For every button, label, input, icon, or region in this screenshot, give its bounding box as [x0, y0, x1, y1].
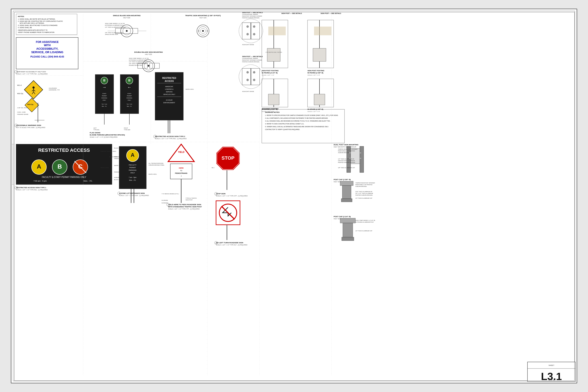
nlt-section-title: NO LEFT TURN ROADSIDE SIGN — [216, 242, 243, 244]
flag-staff2: STAFF — [128, 93, 132, 94]
access-line4: SERVICE, OR LOADING — [31, 50, 63, 54]
svg-rect-98 — [340, 218, 356, 223]
pc-scale: HALF SIZE — [334, 181, 341, 182]
yield-section-title2: WITH STANDARDS TRAFFIC SIGN POST — [168, 206, 202, 208]
ra1-days: Mon. - Fri. — [84, 180, 92, 182]
notes-title: NOTES: — [18, 16, 24, 18]
pc2-section-title: POST CAP (3 1/4" Ø) — [334, 216, 351, 218]
double-blade-scale: HALF SIZE — [145, 54, 152, 55]
sp-paving-label: SIGN POST — SEE DETAILS — [281, 13, 302, 14]
ra1-b: B — [58, 163, 62, 170]
svg-rect-27 — [268, 26, 286, 35]
note-4: 4. SIGNS SHALL BE — [18, 27, 32, 28]
yield-arrow: ↓ — [180, 174, 182, 177]
svg-point-106 — [246, 33, 249, 35]
stop-text: STOP — [222, 155, 234, 161]
svg-point-18 — [148, 65, 150, 67]
yield-typical: TYPICAL TRAFFIC — [186, 198, 197, 199]
access-line3: ACCESSIBILITY, — [36, 47, 58, 50]
single-blade-title: SINGLE BLADE SIGN MOUNTING — [113, 14, 140, 16]
pc-label5: 3/4" 2 1/2" THICK ALUMINUM — [356, 193, 373, 194]
sheet: NOTES: 1. SIGNS SHALL BE WHITE WITH BLUE… — [11, 9, 577, 383]
svg-point-92 — [360, 158, 362, 159]
flag-parking2: PARKING — [126, 97, 132, 99]
sp-paving-scale2: SCALE: 1 1/2" = 1'-0" — [308, 74, 320, 76]
sig-note3: 3. ALL SIGNAGE SHALL BE DESIGNED ACCORDI… — [265, 120, 330, 122]
sig-note5: 5. OWNER SHALL GIVE ALL ALTERNATES TAKEN… — [265, 126, 329, 128]
pc-label3: AUBURN BRONZE — [356, 186, 367, 187]
note-2: 2. SIGNS MAY BE CONSTRUCTED OF CORRUGATE… — [18, 20, 63, 22]
access-line2: WITH — [44, 44, 51, 47]
sig-note2: 2. ALL COMPONENTS, INCLUDING EXPOSED FAS… — [265, 118, 328, 119]
svg-rect-32 — [268, 94, 279, 105]
ra1-a: A — [37, 163, 41, 170]
svg-point-113 — [246, 79, 249, 81]
sp-right-label1: SIGN POST — SEE DETAILS — [242, 12, 263, 13]
ra2-sub1: HANDICAP, — [165, 86, 173, 87]
svg-rect-87 — [360, 146, 364, 172]
flag-hours: 7am - 5 pm — [102, 104, 107, 105]
svg-point-37 — [32, 86, 35, 89]
sp-paving-title3: SIGN POST FOOTING — [308, 70, 324, 72]
adj-grade2: ADJACENT GRADE — [242, 91, 254, 92]
main-drawing: NOTES: 1. SIGNS SHALL BE WHITE WITH BLUE… — [11, 9, 577, 383]
svg-rect-28 — [314, 26, 332, 35]
traffic-mount-title: TRAFFIC SIGN MOUNTING (2 3/8" Ø POST) — [185, 14, 221, 16]
access-line5: PLEASE CALL (334) 844-4143 — [30, 55, 64, 58]
flag-right-code: TYPE B2R — [124, 129, 130, 130]
access-line1: FOR ASSISTANCE — [36, 40, 59, 44]
dp-label2: REMOVABLE CAP PAINTED — [338, 150, 355, 152]
dp-section-title: DUAL POST SIGN MOUNTING — [334, 144, 358, 146]
sp-right-label6: COUNTERSUNK TAMPER — [242, 58, 258, 59]
az-hours: 7 am - 5pm — [129, 176, 136, 178]
pc2-label2: EXTRUDED ALUMINUM POST — [356, 222, 374, 223]
flag-only: ONLY — [102, 100, 106, 101]
sp-paving-label2: SIGN POST — SEE DETAILS — [320, 13, 341, 14]
adj-grade1: ADJACENT GRADE — [242, 44, 254, 45]
pc2-label3: 1/4" THICK ALUMINUM CAP — [356, 230, 372, 232]
stop-scale: SCALE: 1 1/2" = 1'-0" TYPE STP - (1) REQ… — [216, 195, 248, 197]
svg-rect-53 — [155, 72, 183, 120]
traffic-mount-scale: HALF SIZE — [200, 17, 207, 18]
flag-scale: SCALE: 1 1/2" = 1'-0" (2) EACH REQUIRED — [90, 136, 118, 138]
access-scale: SCALE: 1 1/2" = 1'-0" TYPE TAC - (1) REQ… — [16, 73, 48, 75]
yield-ingrade: IN GRADE — [162, 200, 168, 201]
flag-left-code: TYPE B2L — [94, 129, 100, 130]
flag-arrow-right: ← — [127, 85, 132, 90]
az-a: A — [131, 152, 134, 158]
sheet-label: SHEET — [548, 364, 554, 366]
svg-rect-125 — [14, 12, 574, 381]
svg-point-105 — [253, 26, 255, 28]
yield-peds: PEDESTRIANS — [175, 172, 188, 174]
double-blade-title: DOUBLE BLADE SIGN MOUNTING — [134, 51, 163, 53]
ra2-enforce2: ENFORCEMENT — [163, 102, 175, 104]
ra1-title: RESTRICTED ACCESS — [38, 148, 90, 153]
yield-grade1: 7'-0" ABOVE GRADE (N.T.S.) — [162, 193, 179, 194]
pc2-scale: HALF SIZE — [334, 218, 341, 220]
az-white: WHITE VINYL — [100, 167, 109, 168]
svg-rect-35 — [314, 94, 325, 105]
flag-hours2: 7am - 5 pm — [126, 104, 132, 105]
svg-point-13 — [202, 30, 204, 32]
pc-label2: REMOVABLE CAP PAINTED — [356, 184, 372, 185]
az-sub2: PERMIT — [129, 166, 136, 168]
svg-point-112 — [253, 71, 255, 74]
flag-staff: STAFF — [102, 93, 106, 94]
xww-scale: NOT TO SCALE TYPE XWW - (1) REQUIRED — [16, 127, 46, 128]
svg-point-114 — [253, 79, 255, 81]
db-label4: 1/8" THICK ALUMINUM PANEL — [129, 63, 148, 64]
svg-rect-93 — [340, 181, 353, 186]
sp-grade-title1b: IN-GRADE (3 1/4" Ø) — [262, 108, 278, 110]
sp-right-label5: SIGN POST — SEE DETAILS — [242, 56, 263, 57]
svg-point-91 — [360, 152, 362, 154]
xww-galv: GALVANIZED — [49, 88, 57, 89]
sp-right-label4: PAINTED AUBURN BRONZE — [242, 17, 259, 18]
ra2-section-title: RESTRICTED ACCESS SIGN TYPE 2 — [155, 136, 185, 138]
yield-scale: SCALE: 1 1/2" = 1'-0" TYPE YTP - (2) REQ… — [168, 208, 200, 210]
ra2-sub4: VEHICLES ONLY — [163, 94, 175, 95]
yield-section-title: YIELD HERE TO PEDS ROADSIDE SIGN — [168, 204, 201, 206]
dp-label1: TAMPER-RESISTANT SPANNER — [338, 148, 358, 150]
xww-curb: CONC. CURB — [17, 112, 26, 113]
az-white2: WHITE VINYL — [148, 174, 157, 175]
svg-point-107 — [253, 33, 255, 35]
